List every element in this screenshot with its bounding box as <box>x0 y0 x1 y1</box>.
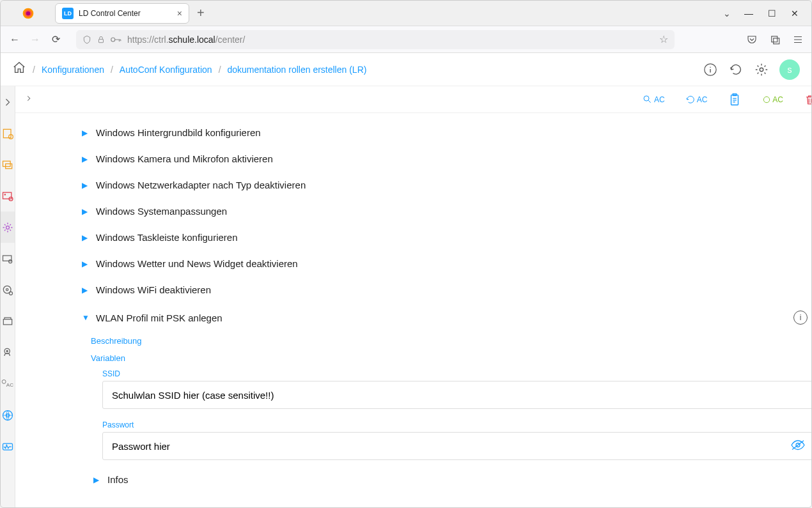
svg-point-4 <box>111 38 115 42</box>
tree-item-infos[interactable]: ▶ Infos <box>15 472 812 488</box>
input-passwort-wrapper <box>102 432 812 460</box>
sidebar-item-1[interactable] <box>1 118 15 149</box>
maximize-button[interactable]: ☐ <box>767 8 777 19</box>
input-ssid[interactable] <box>112 390 806 401</box>
svg-rect-5 <box>772 36 777 42</box>
chevron-right-icon: ▶ <box>82 233 91 242</box>
input-passwort[interactable] <box>112 441 806 452</box>
sidebar: AC <box>1 86 15 508</box>
sidebar-item-3[interactable] <box>1 180 15 212</box>
chevron-right-icon: ▶ <box>82 128 91 137</box>
browser-titlebar: LD LD Control Center × + ⌄ — ☐ ✕ <box>1 1 811 26</box>
minimize-button[interactable]: — <box>744 8 754 19</box>
sidebar-item-10[interactable] <box>1 399 15 431</box>
toolbar-ac-green[interactable]: AC <box>762 95 783 104</box>
svg-point-34 <box>764 96 770 102</box>
svg-point-8 <box>710 66 710 67</box>
chevron-right-icon: ▶ <box>82 181 91 190</box>
breadcrumb: / Konfigurationen / AutoConf Konfigurati… <box>12 61 366 78</box>
chevron-right-icon: ▶ <box>82 207 91 216</box>
toolbar-ac-refresh[interactable]: AC <box>685 95 708 105</box>
svg-rect-23 <box>3 319 12 324</box>
svg-point-25 <box>6 350 8 351</box>
pocket-icon[interactable] <box>746 34 758 45</box>
sidebar-item-11[interactable] <box>1 431 15 462</box>
tree-item-wlan-profil[interactable]: ▼ WLAN Profil mit PSK anlegen i <box>15 303 812 332</box>
label-passwort: Passwort <box>102 420 812 429</box>
tree-item[interactable]: ▶Windows Wetter und News Widget deaktivi… <box>15 250 812 277</box>
svg-point-15 <box>4 194 6 196</box>
browser-toolbar: ← → ⟳ https://ctrl.schule.local/center/ … <box>1 26 811 53</box>
sidebar-item-2[interactable] <box>1 149 15 180</box>
sidebar-item-8[interactable] <box>1 337 15 368</box>
sidebar-item-settings[interactable] <box>1 212 15 243</box>
label-ssid: SSID <box>102 369 812 378</box>
home-icon[interactable] <box>12 61 26 78</box>
svg-point-19 <box>9 259 12 263</box>
shield-icon <box>82 35 91 44</box>
breadcrumb-konfigurationen[interactable]: Konfigurationen <box>42 65 104 75</box>
info-icon[interactable]: i <box>793 311 808 325</box>
svg-rect-14 <box>3 192 12 199</box>
info-icon[interactable] <box>703 62 718 77</box>
toolbar-delete[interactable] <box>804 93 812 106</box>
tree-item[interactable]: ▶Windows Hintergrundbild konfigurieren <box>15 119 812 146</box>
svg-point-21 <box>6 288 8 290</box>
tree-item[interactable]: ▶Windows WiFi deaktivieren <box>15 277 812 303</box>
new-tab-button[interactable]: + <box>197 6 205 20</box>
forward-button: → <box>29 34 42 45</box>
tree-item[interactable]: ▶Windows Netzwerkadapter nach Typ deakti… <box>15 172 812 198</box>
svg-text:AC: AC <box>6 382 13 388</box>
firefox-icon <box>1 7 55 20</box>
content: AC AC AC ▶Windows Hintergrundbi <box>15 86 812 508</box>
tree-item[interactable]: ▶Windows Kamera und Mikrofon aktivieren <box>15 146 812 172</box>
svg-rect-10 <box>3 129 11 137</box>
app-header: / Konfigurationen / AutoConf Konfigurati… <box>1 53 811 86</box>
chevron-right-icon: ▶ <box>93 475 102 484</box>
menu-icon[interactable] <box>792 34 804 45</box>
tree-area: ▶Windows Hintergrundbild konfigurieren ▶… <box>15 113 812 508</box>
svg-point-26 <box>2 380 6 383</box>
sidebar-item-5[interactable] <box>1 243 15 274</box>
toolbar-ac-search[interactable]: AC <box>643 95 665 105</box>
link-beschreibung[interactable]: Beschreibung <box>91 332 812 350</box>
lock-icon <box>97 35 105 44</box>
url-text: https://ctrl.schule.local/center/ <box>127 35 654 45</box>
svg-point-9 <box>760 68 763 72</box>
window-controls: — ☐ ✕ <box>744 8 811 19</box>
sidebar-item-ac[interactable]: AC <box>1 368 15 399</box>
content-back[interactable] <box>24 93 33 106</box>
svg-point-31 <box>644 96 649 101</box>
link-variablen[interactable]: Variablen <box>91 350 812 367</box>
close-button[interactable]: ✕ <box>790 8 800 19</box>
bookmark-star-icon[interactable]: ☆ <box>659 33 668 45</box>
tree-item[interactable]: ▶Windows Systemanpassungen <box>15 198 812 224</box>
content-toolbar: AC AC AC <box>15 86 812 113</box>
tab-title: LD Control Center <box>79 9 172 18</box>
extensions-icon[interactable] <box>769 34 781 45</box>
reload-button[interactable]: ⟳ <box>49 33 62 45</box>
browser-tab[interactable]: LD LD Control Center × <box>55 3 189 24</box>
sidebar-expand[interactable] <box>1 86 15 118</box>
refresh-icon[interactable] <box>728 62 744 77</box>
avatar[interactable]: s <box>779 59 800 80</box>
sidebar-item-7[interactable] <box>1 305 15 337</box>
eye-toggle-icon[interactable] <box>790 440 806 453</box>
svg-point-2 <box>26 11 30 15</box>
chevron-down-icon: ▼ <box>82 313 91 322</box>
tab-favicon: LD <box>62 8 74 19</box>
breadcrumb-dokumentation[interactable]: dokumentation rollen erstellen (LR) <box>228 65 367 75</box>
tree-item[interactable]: ▶Windows Taskleiste konfigurieren <box>15 224 812 250</box>
sidebar-item-6[interactable] <box>1 274 15 305</box>
tab-close-icon[interactable]: × <box>177 8 182 19</box>
gear-icon[interactable] <box>754 62 769 77</box>
url-bar[interactable]: https://ctrl.schule.local/center/ ☆ <box>76 30 675 49</box>
chevron-down-icon[interactable]: ⌄ <box>723 8 731 19</box>
svg-point-17 <box>6 226 10 229</box>
key-icon <box>111 36 122 43</box>
svg-rect-3 <box>99 39 104 42</box>
breadcrumb-autoconf[interactable]: AutoConf Konfiguration <box>120 65 212 75</box>
input-ssid-wrapper <box>102 381 812 409</box>
toolbar-clipboard[interactable] <box>728 93 742 107</box>
back-button[interactable]: ← <box>8 34 21 45</box>
